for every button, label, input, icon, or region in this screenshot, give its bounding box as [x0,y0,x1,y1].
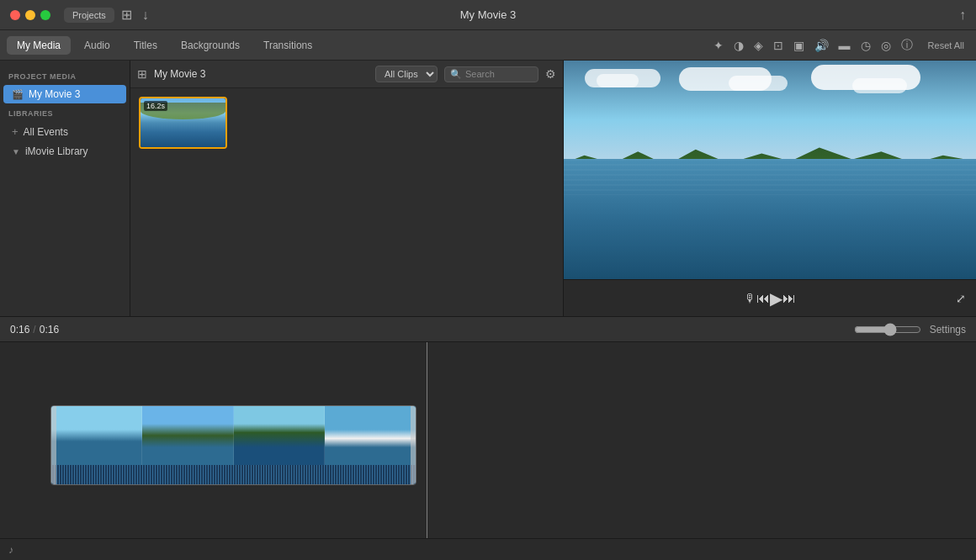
audio-level-icon[interactable]: 🔊 [814,39,829,52]
tab-titles[interactable]: Titles [124,36,167,55]
download-icon[interactable]: ↓ [142,8,149,23]
main-area: PROJECT MEDIA 🎬 My Movie 3 LIBRARIES + A… [0,61,976,316]
my-movie-label: My Movie 3 [29,88,80,100]
sidebar-item-all-events[interactable]: + All Events [3,122,126,141]
all-events-label: All Events [24,126,68,138]
clip-duration: 16.2s [144,101,167,111]
media-grid: 16.2s [130,88,563,316]
list-item[interactable]: 16.2s [139,97,227,149]
titlebar-left: Projects ⊞ ↓ [10,7,149,23]
water-reflection [564,159,976,195]
video-icon[interactable]: ▣ [793,39,804,52]
clip-frame [325,406,416,465]
clip-frame [142,406,233,465]
libraries-header: LIBRARIES [0,104,130,121]
timeline-header: 0:16 / 0:16 Settings [0,317,976,342]
tab-audio[interactable]: Audio [74,36,120,55]
skip-forward-button[interactable]: ⏭ [782,291,796,306]
browser-title: My Movie 3 [154,68,205,80]
toolbar-icons: ✦ ◑ ◈ ⊡ ▣ 🔊 ▬ ◷ ◎ ⓘ Reset All [713,38,969,53]
maximize-button[interactable] [40,10,50,20]
cloud [597,74,639,87]
timecode-display: 0:16 / 0:16 [10,324,59,335]
plus-icon: + [12,125,19,138]
timeline-bottom: ♪ [0,538,976,560]
clip-frame [234,406,325,465]
timecode-current: 0:16 [10,324,29,335]
movie-icon: 🎬 [12,89,24,100]
browser-settings-button[interactable]: ⚙ [545,67,556,81]
titlebar: Projects ⊞ ↓ My Movie 3 ↑ [0,0,976,30]
info-icon[interactable]: ⓘ [901,38,913,53]
titlebar-right: ↑ [959,8,966,23]
export-icon[interactable]: ↑ [959,8,966,23]
search-input[interactable] [465,69,533,79]
search-icon: 🔍 [450,69,462,80]
video-clip[interactable] [50,405,416,485]
timecode-total: 0:16 [40,324,59,335]
traffic-lights [10,10,50,20]
preview-controls: 🎙 ⏮ ▶ ⏭ ⤢ [564,279,976,316]
timeline-settings-button[interactable]: Settings [930,324,966,335]
media-browser: ⊞ My Movie 3 All Clips 🔍 ⚙ 16.2s [130,61,564,316]
preview-video [564,61,976,279]
search-container: 🔍 [444,66,538,82]
controls-wrapper: 🎙 ⏮ ▶ ⏭ ⤢ [564,288,976,309]
sidebar-item-imovie-library[interactable]: ▼ iMovie Library [3,142,126,161]
magic-wand-icon[interactable]: ✦ [713,39,724,52]
imovie-library-label: iMovie Library [25,145,88,157]
color-icon[interactable]: ◑ [734,39,744,52]
clip-thumbnail: 16.2s [139,97,227,149]
fullscreen-button[interactable]: ⤢ [956,292,966,305]
media-browser-header: ⊞ My Movie 3 All Clips 🔍 ⚙ [130,61,563,88]
timeline-content [0,342,976,538]
noise-icon[interactable]: ◎ [881,39,891,52]
tab-backgrounds[interactable]: Backgrounds [171,36,250,55]
toolbar: My Media Audio Titles Backgrounds Transi… [0,30,976,61]
music-note-icon: ♪ [8,544,13,556]
preview-panel: 🎙 ⏮ ▶ ⏭ ⤢ [564,61,976,316]
filter-icon[interactable]: ◈ [754,39,763,52]
clip-right-trim-handle[interactable] [411,406,416,484]
project-media-header: PROJECT MEDIA [0,67,130,84]
skip-back-button[interactable]: ⏮ [756,291,770,306]
cloud [729,76,788,91]
timeline: 0:16 / 0:16 Settings [0,316,976,560]
lake-water [564,159,976,279]
play-button[interactable]: ▶ [770,288,782,309]
add-clip-icon[interactable]: ⊞ [121,7,132,23]
clip-audio-waveform [51,465,416,485]
zoom-slider[interactable] [854,323,921,336]
clips-filter-select[interactable]: All Clips [375,66,438,82]
clip-frame [51,406,142,465]
sidebar-item-my-movie[interactable]: 🎬 My Movie 3 [3,85,126,103]
minimize-button[interactable] [25,10,35,20]
close-button[interactable] [10,10,20,20]
reset-all-button[interactable]: Reset All [923,39,969,52]
speed-icon[interactable]: ◷ [861,39,871,52]
sidebar: PROJECT MEDIA 🎬 My Movie 3 LIBRARIES + A… [0,61,130,316]
grid-toggle-button[interactable]: ⊞ [137,67,147,81]
microphone-button[interactable]: 🎙 [745,292,756,305]
eq-icon[interactable]: ▬ [839,39,851,52]
waveform-visual [51,465,416,485]
crop-icon[interactable]: ⊡ [773,39,783,52]
timeline-track-area [0,342,976,538]
tab-transitions[interactable]: Transitions [253,36,322,55]
app-title: My Movie 3 [460,8,516,21]
timeline-right: Settings [854,323,966,336]
tab-my-media[interactable]: My Media [7,36,71,55]
clip-frames [51,406,416,465]
clip-left-trim-handle[interactable] [51,406,56,484]
timecode-divider: / [33,324,35,335]
chevron-down-icon: ▼ [12,147,20,156]
cloud [852,78,907,93]
projects-button[interactable]: Projects [64,8,114,23]
